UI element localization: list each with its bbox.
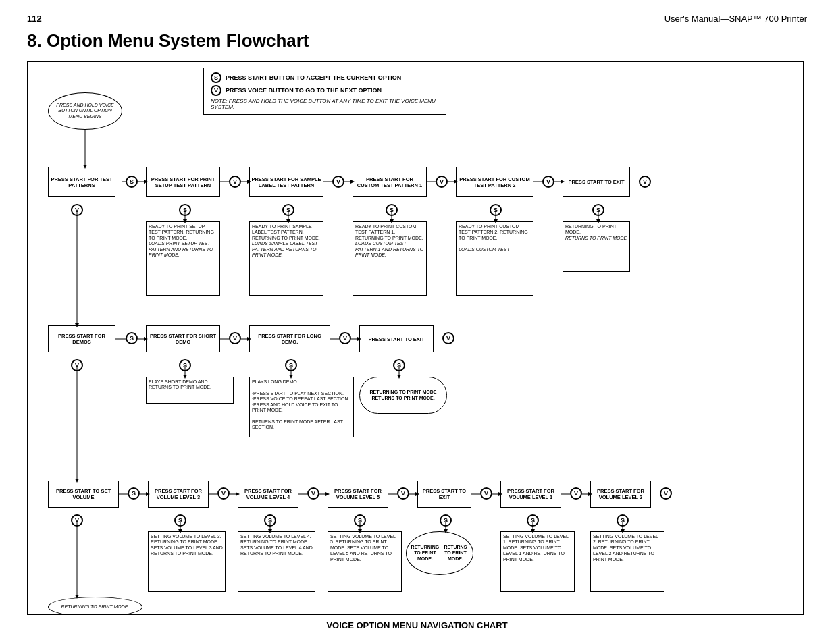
box-demos: PRESS START FOR DEMOS [48, 325, 115, 352]
v-circle-2: V [332, 176, 344, 188]
v-circle: V [211, 85, 221, 96]
legend-v-text: PRESS VOICE BUTTON TO GO TO THE NEXT OPT… [226, 87, 382, 94]
s-circle-custom2: S [490, 204, 502, 216]
s-circle-print-setup: S [179, 204, 191, 216]
s-circle-1: S [126, 176, 138, 188]
desc-vol5: SETTING VOLUME TO LEVEL 5. RETURNING TO … [328, 531, 402, 592]
flowchart-container: S PRESS START BUTTON TO ACCEPT THE CURRE… [27, 61, 804, 615]
box-sample-label: PRESS START FOR SAMPLE LABEL TEST PATTER… [249, 167, 323, 197]
bottom-return-oval: RETURNING TO PRINT MODE. [48, 597, 142, 615]
s-circle-custom1: S [386, 204, 398, 216]
box-vol-1: PRESS START FOR VOLUME LEVEL 1 [500, 481, 561, 508]
desc-sample-label: READY TO PRINT SAMPLE LABEL TEST PATTERN… [249, 221, 323, 296]
box-custom-test-2: PRESS START FOR CUSTOM TEST PATTERN 2 [456, 167, 533, 197]
v-circle-down-1: V [71, 204, 83, 216]
v-circle-vol4: V [307, 487, 319, 500]
s-circle-vol: S [128, 487, 140, 500]
v-circle-3: V [436, 176, 448, 188]
s-vol3: S [174, 514, 186, 527]
desc-exit1: RETURNING TO PRINT MODE. RETURNS TO PRIN… [563, 221, 630, 272]
desc-vol3: SETTING VOLUME TO LEVEL 3. RETURNING TO … [148, 531, 226, 592]
box-vol-5: PRESS START FOR VOLUME LEVEL 5 [328, 481, 388, 508]
box-set-volume: PRESS START TO SET VOLUME [48, 481, 119, 508]
box-vol-2: PRESS START FOR VOLUME LEVEL 2 [590, 481, 651, 508]
box-test-patterns: PRESS START FOR TEST PATTERNS [48, 167, 115, 197]
v-circle-exit-vol: V [480, 487, 492, 500]
box-custom-test-1: PRESS START FOR CUSTOM TEST PATTERN 1 [353, 167, 427, 197]
start-oval: PRESS AND HOLD VOICE BUTTON UNTIL OPTION… [48, 92, 122, 130]
desc-exit-vol: RETURNING TO PRINT MODE.RETURNS TO PRINT… [406, 531, 473, 575]
box-exit-vol: PRESS START TO EXIT [417, 481, 471, 508]
desc-vol2: SETTING VOLUME TO LEVEL 2. RETURNING TO … [590, 531, 664, 592]
box-long-demo: PRESS START FOR LONG DEMO. [249, 325, 330, 352]
v-circle-short-demo: V [229, 332, 241, 344]
v-circle-vol5: V [397, 487, 409, 500]
box-exit-1: PRESS START TO EXIT [563, 167, 630, 197]
s-vol5: S [354, 514, 366, 527]
v-circle-vol1: V [570, 487, 582, 500]
page-number: 112 [27, 14, 42, 24]
v-circle-5: V [639, 176, 651, 188]
v-circle-1: V [229, 176, 241, 188]
box-exit-demos: PRESS START TO EXIT [359, 325, 434, 352]
desc-custom1: READY TO PRINT CUSTOM TEST PATTERN 1. RE… [353, 221, 427, 296]
s-circle-short: S [179, 359, 191, 371]
legend-s-item: S PRESS START BUTTON TO ACCEPT THE CURRE… [211, 72, 439, 83]
s-vol1: S [527, 514, 539, 527]
section-heading: 8. Option Menu System Flowchart [27, 30, 807, 51]
desc-print-setup: READY TO PRINT SETUP TEST PATTERN. RETUR… [146, 221, 220, 296]
s-circle-exit1: S [592, 204, 604, 216]
page-title: User's Manual—SNAP™ 700 Printer [664, 14, 807, 24]
v-circle-long-demo: V [339, 332, 351, 344]
desc-short-demo: PLAYS SHORT DEMO AND RETURNS TO PRINT MO… [146, 377, 234, 404]
v-down-vol: V [71, 514, 83, 527]
s-circle-demos: S [126, 332, 138, 344]
desc-vol1: SETTING VOLUME TO LEVEL 1. RETURNING TO … [500, 531, 575, 592]
s-exit-vol: S [440, 514, 452, 527]
v-circle-4: V [542, 176, 554, 188]
legend-s-text: PRESS START BUTTON TO ACCEPT THE CURRENT… [226, 74, 401, 81]
desc-long-demo: PLAYS LONG DEMO. ·PRESS START TO PLAY NE… [249, 377, 354, 437]
s-circle-sample: S [282, 204, 294, 216]
v-circle-exit-demos: V [442, 332, 454, 344]
v-circle-vol2-end: V [660, 487, 672, 500]
box-vol-4: PRESS START FOR VOLUME LEVEL 4 [238, 481, 298, 508]
box-vol-3: PRESS START FOR VOLUME LEVEL 3 [148, 481, 209, 508]
v-circle-vol3: V [217, 487, 230, 500]
s-circle-exit-demos: S [393, 359, 405, 371]
box-print-setup: PRESS START FOR PRINT SETUP TEST PATTERN [146, 167, 220, 197]
bottom-label: VOICE OPTION MENU NAVIGATION CHART [27, 620, 807, 630]
s-circle-long: S [285, 359, 297, 371]
s-circle: S [211, 72, 221, 83]
box-short-demo: PRESS START FOR SHORT DEMO [146, 325, 220, 352]
desc-exit-demos-oval: RETURNING TO PRINT MODE RETURNS TO PRINT… [359, 377, 447, 414]
legend-note: NOTE: PRESS AND HOLD THE VOICE BUTTON AT… [211, 98, 439, 110]
desc-vol4: SETTING VOLUME TO LEVEL 4. RETURNING TO … [238, 531, 315, 592]
s-vol2: S [617, 514, 629, 527]
v-circle-down-demos: V [71, 359, 83, 371]
desc-custom2: READY TO PRINT CUSTOM TEST PATTERN 2. RE… [456, 221, 533, 296]
legend-box: S PRESS START BUTTON TO ACCEPT THE CURRE… [203, 68, 446, 115]
s-vol4: S [264, 514, 276, 527]
legend-v-item: V PRESS VOICE BUTTON TO GO TO THE NEXT O… [211, 85, 439, 96]
